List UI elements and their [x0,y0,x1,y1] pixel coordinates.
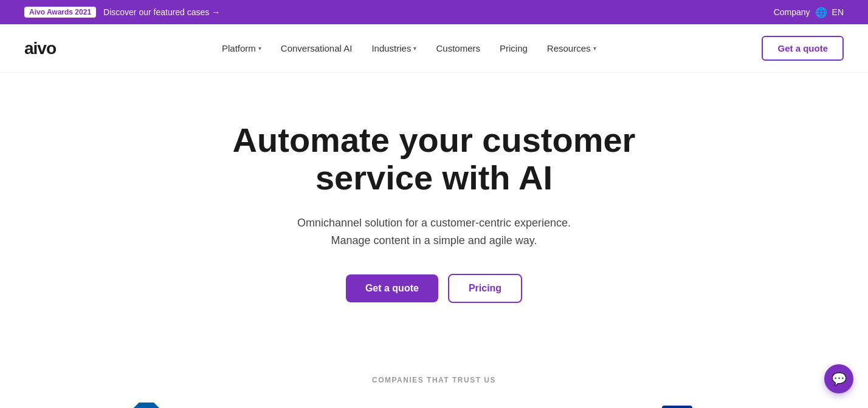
globe-icon: 🌐 [815,7,827,18]
hero-section: Automate your customer service with AI O… [0,73,868,376]
logo-text: aivo [24,39,56,58]
hero-subtitle-line2: Manage content in a simple and agile way… [331,234,537,246]
nav-customers-label: Customers [436,43,480,53]
nav-conversational-ai[interactable]: Conversational AI [281,43,353,53]
companies-section: COMPANIES THAT TRUST US ADT M movistar c… [0,376,868,408]
nav-resources[interactable]: Resources ▾ [547,43,596,53]
hero-get-quote-button[interactable]: Get a quote [346,274,438,302]
nav-resources-label: Resources [547,43,591,53]
chevron-down-icon-2: ▾ [413,45,416,52]
nav-pricing-label: Pricing [500,43,528,53]
banner-right: Company 🌐 EN [774,7,844,18]
chevron-down-icon: ▾ [258,45,261,52]
logo[interactable]: aivo [24,39,56,58]
navbar: aivo Platform ▾ Conversational AI Indust… [0,24,868,73]
chat-icon: 💬 [832,372,847,386]
nav-industries-label: Industries [371,43,411,53]
lang-label[interactable]: EN [832,7,844,17]
logo-adt: ADT [128,403,165,408]
banner-link[interactable]: Discover our featured cases → [103,7,220,17]
nav-customers[interactable]: Customers [436,43,480,53]
hero-pricing-button[interactable]: Pricing [448,274,522,303]
top-banner: Aivo Awards 2021 Discover our featured c… [0,0,868,24]
company-label: Company [774,7,810,17]
awards-badge: Aivo Awards 2021 [24,7,96,18]
nav-platform-label: Platform [222,43,256,53]
nav-get-quote-button[interactable]: Get a quote [762,36,844,61]
hero-buttons: Get a quote Pricing [346,274,522,303]
nav-platform[interactable]: Platform ▾ [222,43,261,53]
nav-industries[interactable]: Industries ▾ [371,43,416,53]
nav-links: Platform ▾ Conversational AI Industries … [222,43,596,53]
chat-widget[interactable]: 💬 [824,364,853,393]
chevron-down-icon-3: ▾ [593,45,596,52]
companies-logos: ADT M movistar cencosud RENAULT Passion … [24,403,844,408]
nav-pricing[interactable]: Pricing [500,43,528,53]
hero-subtitle-line1: Omnichannel solution for a customer-cent… [297,217,571,229]
hero-subtitle: Omnichannel solution for a customer-cent… [297,214,571,250]
hero-title: Automate your customer service with AI [191,121,677,196]
adt-logo-shape: ADT [128,403,165,408]
nav-conversational-ai-label: Conversational AI [281,43,353,53]
banner-left: Aivo Awards 2021 Discover our featured c… [24,7,220,18]
logo-gm: GM [662,406,692,408]
banner-text: Discover our featured cases → [103,7,220,17]
companies-label: COMPANIES THAT TRUST US [24,376,844,384]
